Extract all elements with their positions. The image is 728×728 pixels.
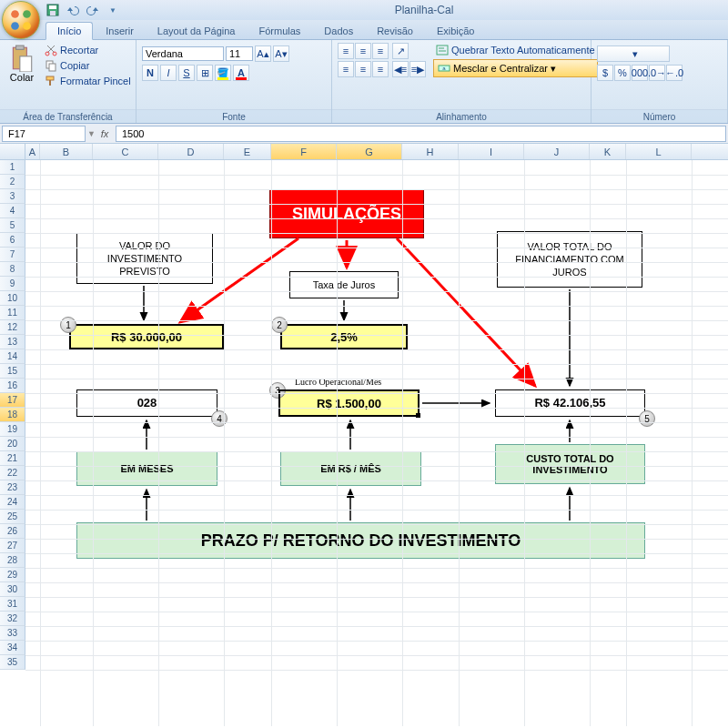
italic-button[interactable]: I <box>160 65 177 81</box>
row-header-3[interactable]: 3 <box>0 189 25 204</box>
col-header-J[interactable]: J <box>524 144 590 159</box>
worksheet[interactable]: ABCDEFGHIJKL 123456789101112131415161718… <box>0 144 728 726</box>
row-header-28[interactable]: 28 <box>0 553 25 568</box>
grow-font-icon[interactable]: A▴ <box>255 46 271 62</box>
row-header-35[interactable]: 35 <box>0 655 25 670</box>
row-header-19[interactable]: 19 <box>0 422 25 437</box>
tab-dados[interactable]: Dados <box>313 23 364 39</box>
tab-inicio[interactable]: Início <box>46 22 93 40</box>
align-right-icon[interactable]: ≡ <box>372 61 389 77</box>
row-header-12[interactable]: 12 <box>0 320 25 335</box>
row-header-15[interactable]: 15 <box>0 364 25 379</box>
copy-button[interactable]: Copiar <box>42 58 134 73</box>
orientation-icon[interactable]: ↗ <box>392 43 409 59</box>
col-header-I[interactable]: I <box>459 144 524 159</box>
row-header-6[interactable]: 6 <box>0 233 25 248</box>
row-header-11[interactable]: 11 <box>0 306 25 320</box>
wrap-text-button[interactable]: Quebrar Texto Automaticamente <box>433 43 598 57</box>
row-header-16[interactable]: 16 <box>0 379 25 393</box>
row-header-4[interactable]: 4 <box>0 204 25 218</box>
row-header-23[interactable]: 23 <box>0 480 25 495</box>
format-painter-button[interactable]: Formatar Pincel <box>42 74 134 88</box>
col-header-G[interactable]: G <box>337 144 402 159</box>
font-name-select[interactable] <box>142 46 224 61</box>
number-format-select[interactable]: ▾ <box>597 46 670 62</box>
row-header-34[interactable]: 34 <box>0 641 25 655</box>
col-header-F[interactable]: F <box>271 144 337 159</box>
increase-indent-icon[interactable]: ≡▶ <box>410 61 426 77</box>
qat-dropdown-icon[interactable]: ▼ <box>106 3 120 17</box>
bold-button[interactable]: N <box>142 65 158 81</box>
increase-decimal-icon[interactable]: .0→ <box>649 65 665 81</box>
align-left-icon[interactable]: ≡ <box>338 61 354 77</box>
font-color-button[interactable]: A <box>233 65 249 81</box>
fill-color-button[interactable]: 🪣 <box>215 65 231 81</box>
percent-icon[interactable]: % <box>614 65 631 81</box>
row-header-13[interactable]: 13 <box>0 335 25 349</box>
row-header-1[interactable]: 1 <box>0 160 25 175</box>
box-financiamento: VALOR TOTAL DO FINANCIAMENTO COM JUROS <box>497 231 642 288</box>
currency-icon[interactable]: $ <box>597 65 613 81</box>
row-header-2[interactable]: 2 <box>0 175 25 189</box>
row-header-25[interactable]: 25 <box>0 510 25 524</box>
save-icon[interactable] <box>46 3 60 17</box>
row-header-10[interactable]: 10 <box>0 291 25 306</box>
row-header-9[interactable]: 9 <box>0 277 25 291</box>
col-header-L[interactable]: L <box>626 144 692 159</box>
formula-bar: ▼ fx <box>0 124 728 144</box>
tab-inserir[interactable]: Inserir <box>95 23 145 39</box>
name-box[interactable] <box>2 126 86 142</box>
row-header-20[interactable]: 20 <box>0 437 25 451</box>
office-button[interactable] <box>2 1 40 39</box>
val-taxa[interactable]: 2,5% <box>280 324 408 349</box>
tab-formulas[interactable]: Fórmulas <box>248 23 312 39</box>
align-center-icon[interactable]: ≡ <box>355 61 371 77</box>
row-header-31[interactable]: 31 <box>0 597 25 612</box>
row-header-7[interactable]: 7 <box>0 248 25 262</box>
row-header-18[interactable]: 18 <box>0 408 25 422</box>
col-header-D[interactable]: D <box>158 144 224 159</box>
cut-button[interactable]: Recortar <box>42 43 134 57</box>
col-header-C[interactable]: C <box>93 144 158 159</box>
row-header-33[interactable]: 33 <box>0 626 25 641</box>
decrease-indent-icon[interactable]: ◀≡ <box>392 61 409 77</box>
select-all-corner[interactable] <box>0 144 25 159</box>
paste-button[interactable]: Colar <box>5 43 38 109</box>
row-header-17[interactable]: 17 <box>0 393 25 408</box>
fx-icon[interactable]: fx <box>96 128 114 139</box>
font-size-select[interactable] <box>226 46 253 61</box>
row-header-29[interactable]: 29 <box>0 568 25 582</box>
row-header-26[interactable]: 26 <box>0 524 25 539</box>
decrease-decimal-icon[interactable]: ←.0 <box>666 65 682 81</box>
col-header-H[interactable]: H <box>402 144 459 159</box>
comma-icon[interactable]: 000 <box>632 65 648 81</box>
row-header-27[interactable]: 27 <box>0 539 25 553</box>
row-header-5[interactable]: 5 <box>0 218 25 233</box>
col-header-B[interactable]: B <box>40 144 93 159</box>
tab-exibicao[interactable]: Exibição <box>426 23 486 39</box>
tab-layout[interactable]: Layout da Página <box>147 23 247 39</box>
row-header-22[interactable]: 22 <box>0 466 25 480</box>
row-header-30[interactable]: 30 <box>0 582 25 597</box>
tab-revisao[interactable]: Revisão <box>366 23 424 39</box>
align-bottom-icon[interactable]: ≡ <box>372 43 389 59</box>
row-header-14[interactable]: 14 <box>0 349 25 364</box>
row-header-21[interactable]: 21 <box>0 451 25 466</box>
badge-1: 1 <box>60 317 76 333</box>
shrink-font-icon[interactable]: A▾ <box>273 46 289 62</box>
merge-center-button[interactable]: aMesclar e Centralizar ▾ <box>433 59 598 77</box>
row-header-32[interactable]: 32 <box>0 612 25 626</box>
align-middle-icon[interactable]: ≡ <box>355 43 371 59</box>
row-header-24[interactable]: 24 <box>0 495 25 510</box>
col-header-K[interactable]: K <box>590 144 626 159</box>
formula-input[interactable] <box>116 126 726 142</box>
align-top-icon[interactable]: ≡ <box>338 43 354 59</box>
row-header-8[interactable]: 8 <box>0 262 25 277</box>
underline-button[interactable]: S <box>178 65 195 81</box>
redo-icon[interactable] <box>86 3 100 17</box>
col-header-E[interactable]: E <box>224 144 271 159</box>
col-header-A[interactable]: A <box>25 144 40 159</box>
undo-icon[interactable] <box>66 3 80 17</box>
border-button[interactable]: ⊞ <box>197 65 213 81</box>
svg-rect-15 <box>49 80 51 86</box>
